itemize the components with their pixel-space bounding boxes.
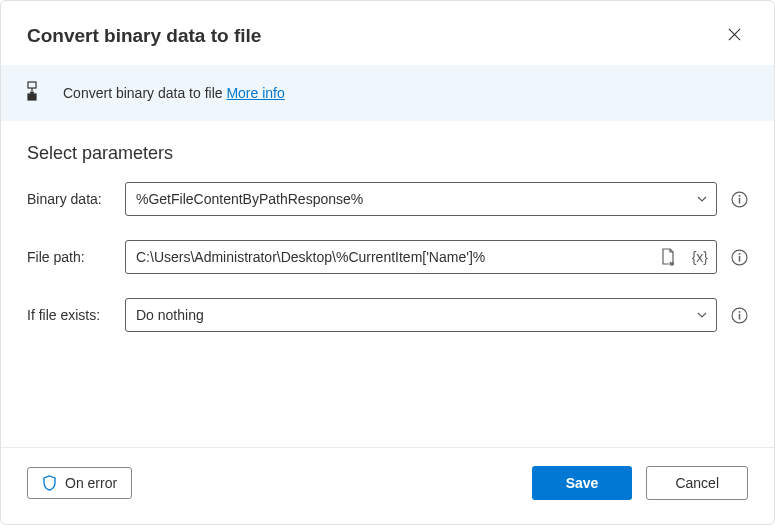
on-error-label: On error (65, 475, 117, 491)
variable-icon[interactable]: {x} (684, 241, 716, 273)
file-path-input-wrap[interactable]: {x} (125, 240, 717, 274)
save-button[interactable]: Save (532, 466, 633, 500)
convert-file-icon (27, 81, 45, 105)
svg-rect-4 (739, 198, 740, 204)
svg-point-6 (739, 252, 741, 254)
shield-icon (42, 475, 57, 491)
info-banner: Convert binary data to file More info (1, 65, 774, 121)
binary-data-input-wrap[interactable] (125, 182, 717, 216)
file-path-input[interactable] (126, 243, 652, 271)
close-button[interactable] (721, 21, 748, 51)
svg-rect-1 (28, 94, 36, 100)
dialog-header: Convert binary data to file (1, 1, 774, 65)
svg-rect-7 (739, 256, 740, 262)
if-file-exists-label: If file exists: (27, 307, 117, 323)
chevron-down-icon[interactable] (688, 183, 716, 215)
cancel-button[interactable]: Cancel (646, 466, 748, 500)
footer-buttons: Save Cancel (532, 466, 748, 500)
file-path-row: File path: {x} (27, 240, 748, 274)
info-icon[interactable] (731, 249, 748, 266)
close-icon (727, 27, 742, 42)
binary-data-input[interactable] (126, 185, 688, 213)
file-path-label: File path: (27, 249, 117, 265)
svg-point-9 (739, 310, 741, 312)
if-file-exists-select[interactable] (126, 301, 688, 329)
info-icon[interactable] (731, 191, 748, 208)
dialog-title: Convert binary data to file (27, 25, 261, 47)
file-picker-icon[interactable] (652, 241, 684, 273)
more-info-link[interactable]: More info (226, 85, 284, 101)
content-area: Select parameters Binary data: File path… (1, 121, 774, 447)
chevron-down-icon[interactable] (688, 299, 716, 331)
dialog-footer: On error Save Cancel (1, 447, 774, 524)
svg-rect-10 (739, 314, 740, 320)
svg-rect-0 (28, 82, 36, 88)
if-file-exists-row: If file exists: (27, 298, 748, 332)
if-file-exists-select-wrap[interactable] (125, 298, 717, 332)
binary-data-row: Binary data: (27, 182, 748, 216)
binary-data-label: Binary data: (27, 191, 117, 207)
banner-text: Convert binary data to file More info (63, 85, 285, 101)
banner-desc: Convert binary data to file (63, 85, 223, 101)
section-title: Select parameters (27, 143, 748, 164)
info-icon[interactable] (731, 307, 748, 324)
on-error-button[interactable]: On error (27, 467, 132, 499)
svg-point-3 (739, 194, 741, 196)
